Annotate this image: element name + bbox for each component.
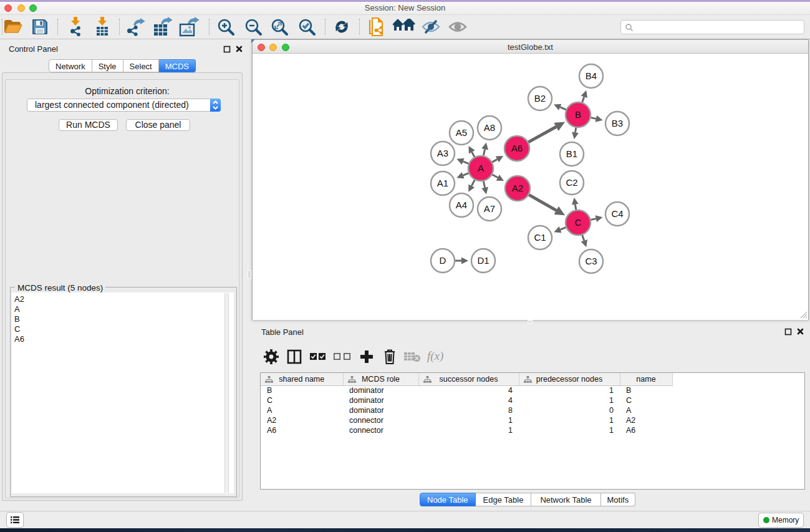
svg-text:A7: A7 (484, 203, 495, 214)
svg-text:C2: C2 (566, 177, 577, 188)
svg-text:B: B (575, 109, 581, 120)
svg-text:B4: B4 (586, 70, 597, 81)
svg-text:B2: B2 (534, 93, 546, 104)
svg-text:B1: B1 (566, 148, 577, 159)
svg-text:C: C (575, 217, 582, 228)
svg-text:A2: A2 (512, 183, 523, 193)
svg-text:C4: C4 (611, 208, 623, 219)
svg-text:A1: A1 (437, 178, 448, 188)
svg-text:D: D (440, 255, 446, 266)
svg-text:A5: A5 (456, 127, 467, 138)
svg-text:B3: B3 (612, 118, 623, 128)
svg-text:A3: A3 (437, 148, 448, 158)
svg-text:C3: C3 (585, 256, 597, 266)
svg-text:C1: C1 (534, 232, 546, 243)
svg-text:A6: A6 (511, 143, 523, 153)
svg-text:A: A (478, 163, 484, 173)
svg-text:D1: D1 (477, 255, 489, 266)
svg-text:A4: A4 (456, 200, 467, 210)
svg-text:A8: A8 (484, 122, 495, 133)
